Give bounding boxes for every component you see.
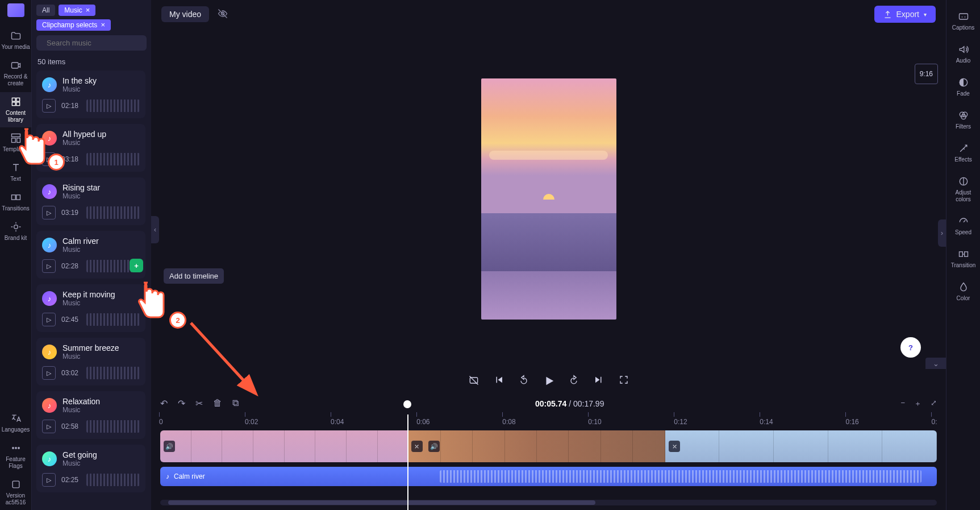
clip-transition-icon[interactable]: ⤫ — [669, 441, 680, 452]
rail-version[interactable]: Version ac5f516 — [0, 475, 31, 510]
rail-your-media[interactable]: Your media — [0, 26, 31, 55]
reframe-icon[interactable] — [468, 375, 480, 389]
music-note-icon: ♪ — [42, 238, 57, 252]
track-play-button[interactable]: ▷ — [42, 313, 56, 326]
timecode: 00:05.74 / 00:17.99 — [250, 399, 889, 408]
zoom-fit-icon[interactable]: ⤢ — [931, 399, 937, 409]
svg-rect-8 — [11, 195, 15, 200]
rail-languages[interactable]: Languages — [0, 409, 31, 437]
help-button[interactable]: ? — [900, 337, 921, 358]
chip-clipchamp-selects[interactable]: Clipchamp selects× — [36, 19, 111, 31]
aspect-ratio-badge[interactable]: 9:16 — [915, 64, 938, 84]
music-track[interactable]: ♪ Rising star Music ▷ 03:19 — [36, 177, 145, 225]
track-duration: 02:45 — [61, 316, 81, 324]
skip-forward-icon[interactable] — [593, 375, 605, 389]
chevron-down-icon: ▾ — [924, 11, 927, 18]
track-play-button[interactable]: ▷ — [42, 259, 56, 273]
track-play-button[interactable]: ▷ — [42, 473, 56, 487]
close-icon[interactable]: × — [101, 22, 105, 28]
video-clip-2[interactable] — [408, 430, 665, 462]
rail-color[interactable]: Color — [946, 276, 980, 307]
search-field[interactable] — [47, 39, 142, 47]
track-subtitle: Music — [62, 192, 100, 200]
rail-label: Content library — [1, 110, 30, 123]
playhead[interactable] — [407, 414, 408, 510]
rail-templates[interactable]: Templates — [0, 128, 31, 157]
timeline-scrollbar[interactable] — [160, 500, 937, 505]
transitions-icon — [10, 192, 22, 203]
clip-volume-icon[interactable]: 🔊 — [164, 441, 175, 452]
redo-icon[interactable]: ↷ — [178, 398, 185, 409]
rail-adjust-colors[interactable]: Adjust colors — [946, 171, 980, 208]
rail-filters[interactable]: Filters — [946, 105, 980, 135]
video-track[interactable] — [160, 430, 937, 462]
zoom-in-icon[interactable]: ＋ — [914, 399, 921, 409]
scrollbar-thumb[interactable] — [168, 500, 595, 505]
search-input[interactable] — [36, 35, 147, 51]
music-track[interactable]: ♪ Summer breeze Music ▷ 03:02 — [36, 338, 145, 385]
time-total: 00:17.99 — [573, 399, 604, 408]
captions-icon — [958, 11, 969, 22]
rewind-icon[interactable] — [518, 375, 530, 389]
playhead-handle-icon[interactable] — [403, 400, 411, 408]
stage-collapse-button[interactable]: ⌄ — [925, 358, 946, 369]
track-duration: 03:02 — [61, 369, 81, 377]
music-list[interactable]: ♪ In the sky Music ▷ 02:18 ♪ All hyped u… — [36, 71, 147, 510]
audio-track[interactable]: ♪ Calm river — [160, 467, 937, 486]
rail-transition[interactable]: Transition — [946, 243, 980, 274]
video-preview[interactable] — [481, 78, 616, 320]
svg-rect-3 — [12, 102, 15, 106]
rail-captions[interactable]: Captions — [946, 6, 980, 36]
rail-audio[interactable]: Audio — [946, 39, 980, 69]
chip-all[interactable]: All — [36, 5, 55, 16]
svg-point-11 — [12, 447, 13, 449]
preview-stage: 9:16 ? ⌄ — [151, 28, 946, 369]
rail-text[interactable]: Text — [0, 158, 31, 186]
rail-fade[interactable]: Fade — [946, 72, 980, 102]
rail-label: Record & create — [1, 73, 30, 87]
undo-icon[interactable]: ↶ — [160, 398, 168, 409]
timeline-tracks[interactable]: 🔊 ⤫ 🔊 ⤫ ♪ Calm river — [160, 430, 937, 510]
music-track[interactable]: ♪ Keep it moving Music ▷ 02:45 — [36, 284, 145, 332]
rail-brand-kit[interactable]: Brand kit — [0, 217, 31, 246]
export-button[interactable]: Export ▾ — [874, 6, 936, 23]
add-to-timeline-button[interactable]: + — [130, 259, 143, 272]
track-play-button[interactable]: ▷ — [42, 99, 56, 113]
track-duration: 02:58 — [61, 422, 81, 430]
play-button[interactable] — [543, 375, 555, 389]
forward-icon[interactable] — [568, 375, 580, 389]
rail-record-create[interactable]: Record & create — [0, 56, 31, 91]
zoom-out-icon[interactable]: − — [900, 399, 905, 409]
chip-music[interactable]: Music× — [59, 5, 95, 16]
timeline-ruler[interactable]: 00:020:040:060:080:100:120:140:160: — [160, 412, 937, 426]
track-play-button[interactable]: ▷ — [42, 366, 56, 380]
ruler-tick: 0:02 — [245, 412, 258, 426]
music-track[interactable]: ♪ In the sky Music ▷ 02:18 — [36, 71, 145, 118]
clip-volume-icon[interactable]: 🔊 — [428, 441, 440, 452]
video-clip-3[interactable] — [665, 430, 937, 462]
rail-feature-flags[interactable]: Feature Flags — [0, 438, 31, 474]
svg-rect-14 — [12, 481, 19, 488]
camera-icon — [10, 60, 22, 71]
rail-content-library[interactable]: Content library — [0, 92, 31, 127]
clip-transition-icon[interactable]: ⤫ — [411, 441, 423, 452]
rail-transitions[interactable]: Transitions — [0, 188, 31, 216]
music-track[interactable]: ♪ Calm river Music ▷ 02:28 + — [36, 231, 145, 279]
chip-label: Clipchamp selects — [42, 21, 97, 29]
music-track[interactable]: ♪ Get going Music ▷ 02:25 — [36, 445, 145, 492]
fullscreen-icon[interactable] — [618, 375, 630, 389]
rail-speed[interactable]: Speed — [946, 210, 980, 241]
ruler-tick: 0:08 — [502, 412, 515, 426]
video-clip-1[interactable] — [160, 430, 408, 462]
close-icon[interactable]: × — [86, 7, 90, 14]
rail-label: Text — [10, 176, 20, 183]
track-play-button[interactable]: ▷ — [42, 420, 56, 433]
music-note-icon: ♪ — [42, 184, 57, 199]
right-panel-collapse-button[interactable]: › — [938, 219, 946, 247]
visibility-off-icon[interactable] — [217, 8, 228, 21]
music-track[interactable]: ♪ Relaxation Music ▷ 02:58 — [36, 391, 145, 439]
track-play-button[interactable]: ▷ — [42, 206, 56, 219]
project-title[interactable]: My video — [161, 6, 209, 22]
skip-back-icon[interactable] — [493, 375, 505, 389]
rail-effects[interactable]: Effects — [946, 138, 980, 168]
